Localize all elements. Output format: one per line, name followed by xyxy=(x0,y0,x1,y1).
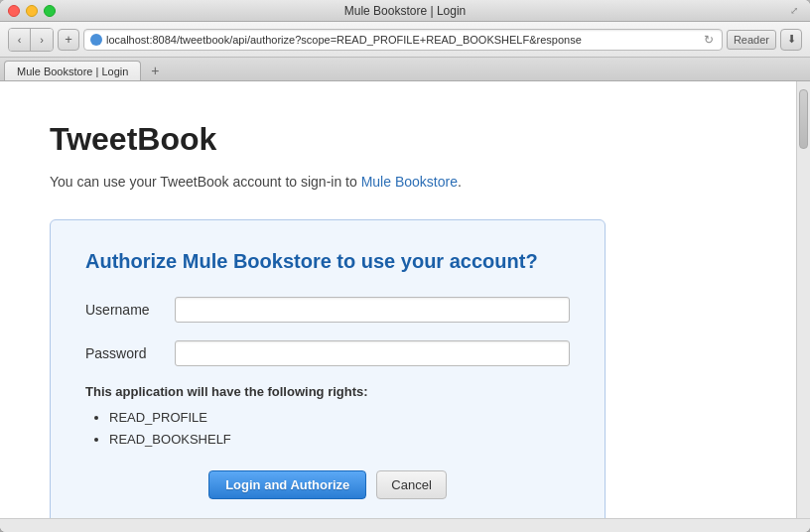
window-title: Mule Bookstore | Login xyxy=(344,4,467,18)
rights-title: This application will have the following… xyxy=(85,384,570,399)
scrollbar-thumb[interactable] xyxy=(799,89,808,149)
download-button[interactable]: ⬇ xyxy=(780,29,802,51)
auth-title: Authorize Mule Bookstore to use your acc… xyxy=(85,250,570,273)
minimize-button[interactable] xyxy=(26,5,38,17)
page-content: TweetBook You can use your TweetBook acc… xyxy=(0,81,796,518)
tab-bar: Mule Bookstore | Login + xyxy=(0,58,810,81)
rights-section: This application will have the following… xyxy=(85,384,570,451)
page-subtitle: You can use your TweetBook account to si… xyxy=(50,174,746,190)
rights-list: READ_PROFILE READ_BOOKSHELF xyxy=(85,407,570,451)
title-bar: Mule Bookstore | Login ⤢ xyxy=(0,0,810,22)
page-app-name: TweetBook xyxy=(50,121,746,158)
active-tab[interactable]: Mule Bookstore | Login xyxy=(4,61,141,80)
password-row: Password xyxy=(85,340,570,366)
rights-item-2: READ_BOOKSHELF xyxy=(109,429,570,451)
content-area: TweetBook You can use your TweetBook acc… xyxy=(0,81,810,518)
traffic-lights xyxy=(8,5,56,17)
password-label: Password xyxy=(85,345,175,361)
cancel-button[interactable]: Cancel xyxy=(376,470,446,499)
username-label: Username xyxy=(85,302,175,318)
scrollbar-track xyxy=(797,81,810,518)
new-tab-nav-button[interactable]: + xyxy=(58,29,79,51)
reader-button[interactable]: Reader xyxy=(727,30,776,50)
login-authorize-button[interactable]: Login and Authorize xyxy=(208,470,366,499)
resize-icon: ⤢ xyxy=(790,5,802,17)
mule-bookstore-link[interactable]: Mule Bookstore xyxy=(361,174,458,190)
window-controls-right: ⤢ xyxy=(790,5,802,17)
back-forward-group: ‹ › xyxy=(8,28,54,52)
address-text: localhost:8084/tweetbook/api/authorize?s… xyxy=(106,34,698,46)
vertical-scrollbar[interactable] xyxy=(796,81,810,518)
back-button[interactable]: ‹ xyxy=(9,29,31,51)
security-icon xyxy=(90,34,102,46)
forward-button[interactable]: › xyxy=(31,29,53,51)
nav-bar: ‹ › + localhost:8084/tweetbook/api/autho… xyxy=(0,22,810,58)
maximize-button[interactable] xyxy=(44,5,56,17)
browser-window: Mule Bookstore | Login ⤢ ‹ › + localhost… xyxy=(0,0,810,532)
refresh-button[interactable]: ↻ xyxy=(702,33,716,47)
auth-box: Authorize Mule Bookstore to use your acc… xyxy=(50,219,606,518)
horizontal-scrollbar[interactable] xyxy=(0,518,810,532)
address-bar[interactable]: localhost:8084/tweetbook/api/authorize?s… xyxy=(83,29,723,51)
close-button[interactable] xyxy=(8,5,20,17)
password-input[interactable] xyxy=(175,340,570,366)
rights-item-1: READ_PROFILE xyxy=(109,407,570,429)
username-row: Username xyxy=(85,297,570,323)
username-input[interactable] xyxy=(175,297,570,323)
new-tab-button[interactable]: + xyxy=(145,63,165,78)
button-row: Login and Authorize Cancel xyxy=(85,470,570,499)
